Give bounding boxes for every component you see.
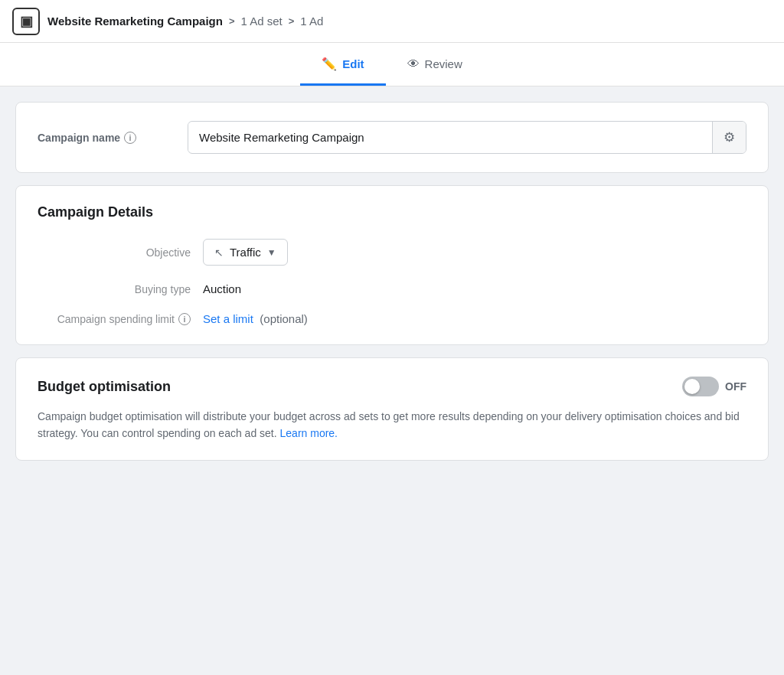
budget-optimisation-title: Budget optimisation [38, 379, 171, 395]
tab-edit-label: Edit [342, 57, 364, 70]
campaign-name-input[interactable] [188, 123, 712, 152]
main-content: Campaign name i ⚙ Campaign Details Objec… [0, 86, 784, 476]
breadcrumb: Website Remarketing Campaign > 1 Ad set … [47, 15, 323, 28]
campaign-detail-rows: Objective ↖ Traffic ▼ Buying type Auctio… [38, 239, 746, 326]
adset-breadcrumb: 1 Ad set [241, 15, 283, 28]
buying-type-row: Buying type Auction [38, 282, 746, 295]
objective-label: Objective [38, 246, 191, 259]
optional-text: (optional) [260, 312, 308, 325]
learn-more-link[interactable]: Learn more. [280, 427, 338, 439]
gear-icon: ⚙ [724, 129, 735, 145]
spending-limit-row: Campaign spending limit i Set a limit (o… [38, 312, 746, 326]
budget-optimisation-header: Budget optimisation OFF [38, 377, 746, 396]
nav-logo: ▣ [12, 8, 40, 35]
spending-limit-value: Set a limit (optional) [203, 312, 308, 326]
breadcrumb-separator-2: > [289, 15, 295, 27]
campaign-details-title: Campaign Details [38, 204, 746, 220]
set-limit-link[interactable]: Set a limit [203, 312, 253, 325]
campaign-name-gear-button[interactable]: ⚙ [712, 122, 746, 153]
budget-optimisation-card: Budget optimisation OFF Campaign budget … [15, 357, 769, 461]
objective-row: Objective ↖ Traffic ▼ [38, 239, 746, 266]
campaign-name-input-wrapper: ⚙ [188, 121, 746, 154]
objective-value: Traffic [230, 246, 261, 259]
edit-icon: ✏️ [322, 57, 337, 71]
campaign-name-label: Campaign name i [38, 132, 175, 144]
campaign-name-card: Campaign name i ⚙ [15, 102, 769, 173]
toggle-off-label: OFF [725, 380, 746, 393]
tab-review[interactable]: 👁 Review [386, 43, 484, 86]
ad-breadcrumb: 1 Ad [300, 15, 323, 28]
breadcrumb-separator-1: > [229, 15, 235, 27]
buying-type-value: Auction [203, 282, 241, 295]
budget-optimisation-description: Campaign budget optimisation will distri… [38, 409, 746, 442]
campaign-name-row: Campaign name i ⚙ [38, 121, 746, 154]
review-icon: 👁 [407, 57, 420, 71]
tab-review-label: Review [425, 57, 462, 70]
chevron-down-icon: ▼ [267, 247, 276, 258]
objective-dropdown[interactable]: ↖ Traffic ▼ [203, 239, 288, 266]
campaign-breadcrumb-name: Website Remarketing Campaign [47, 15, 223, 28]
budget-optimisation-toggle[interactable] [682, 377, 719, 396]
spending-limit-info-icon[interactable]: i [178, 313, 191, 325]
campaign-details-card: Campaign Details Objective ↖ Traffic ▼ B… [15, 185, 769, 345]
toggle-wrapper: OFF [682, 377, 746, 396]
spending-limit-label: Campaign spending limit i [38, 313, 191, 325]
tab-bar: ✏️ Edit 👁 Review [0, 43, 784, 86]
buying-type-label: Buying type [38, 283, 191, 295]
campaign-name-info-icon[interactable]: i [124, 132, 136, 144]
top-navigation: ▣ Website Remarketing Campaign > 1 Ad se… [0, 0, 784, 43]
cursor-icon: ↖ [214, 246, 224, 259]
tab-edit[interactable]: ✏️ Edit [300, 43, 385, 86]
